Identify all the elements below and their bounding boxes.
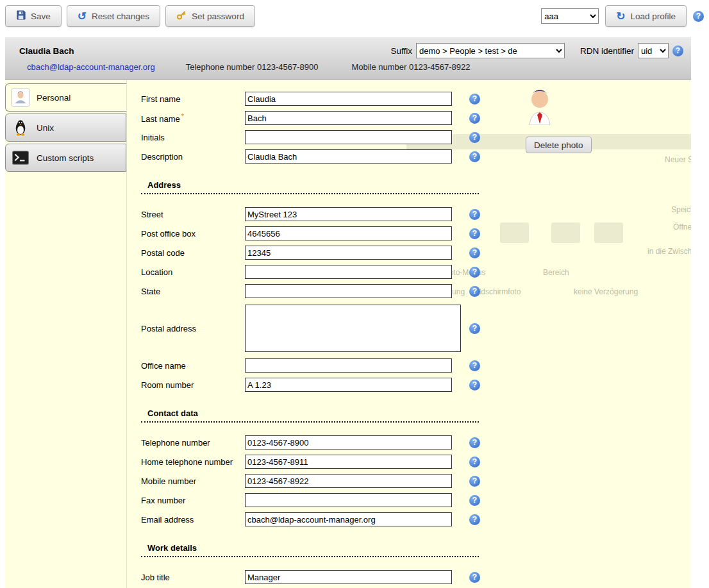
room-number-input[interactable] xyxy=(245,378,452,392)
help-icon[interactable] xyxy=(469,248,480,258)
email-address-input[interactable] xyxy=(245,512,452,526)
room-number-label: Room number xyxy=(141,380,245,390)
help-icon[interactable] xyxy=(469,267,480,278)
header-telephone: Telephone number 0123-4567-8900 xyxy=(186,62,319,72)
field-home-telephone: Home telephone number xyxy=(141,452,481,471)
telephone-input[interactable] xyxy=(245,435,452,449)
office-name-label: Office name xyxy=(141,361,245,371)
job-title-label: Job title xyxy=(141,573,245,582)
fax-number-input[interactable] xyxy=(245,493,452,507)
help-icon[interactable] xyxy=(469,113,480,124)
street-input[interactable] xyxy=(245,207,452,221)
last-name-input[interactable] xyxy=(245,111,452,125)
personal-form: First name Last name* Initials Descripti… xyxy=(141,89,481,587)
help-icon[interactable] xyxy=(469,572,480,583)
help-icon[interactable] xyxy=(693,11,704,22)
field-street: Street xyxy=(141,205,481,224)
help-icon[interactable] xyxy=(672,46,683,56)
section-address: Address xyxy=(141,180,479,194)
postal-code-input[interactable] xyxy=(245,246,452,260)
panel-body: Personal Unix Custom scripts Neuer Sc xyxy=(5,80,691,588)
ghost-button xyxy=(551,223,580,243)
tab-unix[interactable]: Unix xyxy=(5,113,126,142)
ghost-button xyxy=(594,223,623,243)
rdn-select[interactable]: uid xyxy=(638,43,669,58)
last-name-label-text: Last name xyxy=(141,114,180,124)
help-icon[interactable] xyxy=(469,151,480,162)
help-icon[interactable] xyxy=(469,476,480,487)
location-input[interactable] xyxy=(245,265,452,279)
help-icon[interactable] xyxy=(469,323,480,334)
load-profile-icon: ↻ xyxy=(616,11,625,22)
postal-address-label: Postal address xyxy=(141,324,245,333)
field-description: Description xyxy=(141,147,481,166)
user-photo xyxy=(526,88,554,127)
tab-custom-scripts[interactable]: Custom scripts xyxy=(5,144,126,172)
help-icon[interactable] xyxy=(469,457,480,467)
ghost-text: Speiche xyxy=(671,205,691,214)
help-icon[interactable] xyxy=(469,286,480,297)
first-name-label: First name xyxy=(141,94,245,104)
state-label: State xyxy=(141,287,245,296)
ghost-text: in die Zwischenab xyxy=(647,247,691,256)
help-icon[interactable] xyxy=(469,360,480,371)
office-name-input[interactable] xyxy=(245,358,452,373)
field-initials: Initials xyxy=(141,128,481,147)
toolbar-right-group: aaa ↻ Load profile xyxy=(541,5,704,27)
help-icon[interactable] xyxy=(469,380,480,391)
ghost-text: keine Verzögerung xyxy=(574,287,638,296)
help-icon[interactable] xyxy=(469,94,480,105)
field-location: Location xyxy=(141,262,481,281)
save-label: Save xyxy=(31,12,51,21)
ghost-text: Bereich xyxy=(543,268,569,277)
job-title-input[interactable] xyxy=(245,570,452,584)
header-mobile: Mobile number 0123-4567-8922 xyxy=(351,62,470,72)
help-icon[interactable] xyxy=(469,209,480,220)
account-panel: Claudia Bach Suffix demo > People > test… xyxy=(5,37,691,588)
ghost-text: Neuer Sc xyxy=(665,155,691,164)
field-first-name: First name xyxy=(141,89,481,108)
tab-custom-scripts-label: Custom scripts xyxy=(37,153,94,163)
first-name-input[interactable] xyxy=(245,92,452,106)
state-input[interactable] xyxy=(245,284,452,298)
profile-select[interactable]: aaa xyxy=(541,8,599,24)
ghost-button xyxy=(500,223,529,243)
set-password-button[interactable]: Set password xyxy=(165,5,255,27)
reset-changes-label: Reset changes xyxy=(92,12,149,21)
help-icon[interactable] xyxy=(469,228,480,239)
tux-icon xyxy=(11,118,30,137)
reset-changes-button[interactable]: ↺ Reset changes xyxy=(67,5,160,27)
key-icon xyxy=(176,10,187,22)
field-post-office-box: Post office box xyxy=(141,224,481,243)
help-icon[interactable] xyxy=(469,495,480,506)
help-icon[interactable] xyxy=(469,514,480,525)
suffix-select[interactable]: demo > People > test > de xyxy=(416,43,565,58)
home-telephone-input[interactable] xyxy=(245,455,452,469)
delete-photo-button[interactable]: Delete photo xyxy=(526,137,592,153)
set-password-label: Set password xyxy=(192,12,244,21)
postal-code-label: Postal code xyxy=(141,248,245,258)
street-label: Street xyxy=(141,210,245,219)
suffix-label: Suffix xyxy=(390,46,412,56)
section-contact-data: Contact data xyxy=(141,408,479,423)
field-fax-number: Fax number xyxy=(141,491,481,510)
mobile-number-input[interactable] xyxy=(245,474,452,488)
page-title: Claudia Bach xyxy=(19,46,74,56)
description-label: Description xyxy=(141,152,245,162)
rdn-identifier-label: RDN identifier xyxy=(580,46,634,56)
help-icon[interactable] xyxy=(469,437,480,448)
location-label: Location xyxy=(141,267,245,277)
tab-personal[interactable]: Personal xyxy=(5,83,126,112)
save-button[interactable]: Save xyxy=(5,5,62,27)
tab-personal-label: Personal xyxy=(37,93,71,103)
field-office-name: Office name xyxy=(141,356,481,375)
email-link[interactable]: cbach@ldap-account-manager.org xyxy=(27,62,155,72)
postal-address-textarea[interactable] xyxy=(245,305,461,352)
post-office-box-input[interactable] xyxy=(245,226,452,240)
help-icon[interactable] xyxy=(469,132,480,143)
description-input[interactable] xyxy=(245,149,452,164)
initials-input[interactable] xyxy=(245,130,452,144)
load-profile-button[interactable]: ↻ Load profile xyxy=(605,5,687,27)
section-work-details: Work details xyxy=(141,543,479,557)
last-name-label: Last name* xyxy=(141,112,245,124)
